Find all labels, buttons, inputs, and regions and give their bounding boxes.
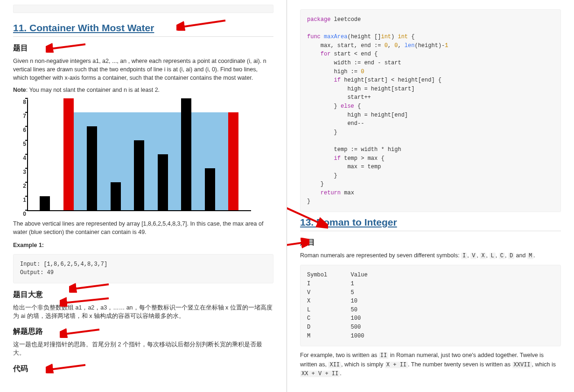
problem-description: Given n non-negative integers a1, a2, ..… <box>13 57 273 82</box>
go-code-block: package leetcode func maxArea(height []i… <box>300 9 561 212</box>
meaning-text: 给出一个非负整数数组 a1，a2，a3，…… an，每个整数标识一个竖立在坐标轴… <box>13 303 273 320</box>
problem-11-title[interactable]: 11. Container With Most Water <box>13 22 273 37</box>
problem-13-title[interactable]: 13. Roman to Integer <box>300 217 561 231</box>
solution-text: 这一题也是对撞指针的思路。首尾分别 2 个指针，每次移动以后都分别判断长宽的乘积… <box>13 340 273 357</box>
section-problem-13: 题目 <box>300 238 561 248</box>
roman-table: Symbol Value I 1 V 5 X 10 L 50 C 100 D 5… <box>300 265 561 346</box>
problem-note: Note: You may not slant the container an… <box>13 86 273 94</box>
svg-line-2 <box>73 284 109 289</box>
section-code: 代码 <box>13 364 273 374</box>
example-label: Example 1: <box>13 241 273 249</box>
section-solution: 解题思路 <box>13 327 273 337</box>
section-problem: 题目 <box>13 43 273 53</box>
example-code: Input: [1,8,6,2,5,4,8,3,7] Output: 49 <box>13 254 273 283</box>
roman-desc: Roman numerals are represented by seven … <box>300 251 561 260</box>
roman-para2: For example, two is written as II in Rom… <box>300 351 561 378</box>
chart-caption: The above vertical lines are represented… <box>13 220 273 236</box>
section-meaning: 题目大意 <box>13 290 273 300</box>
prev-block-footer <box>13 5 273 13</box>
container-chart: 012345678 <box>13 99 251 216</box>
